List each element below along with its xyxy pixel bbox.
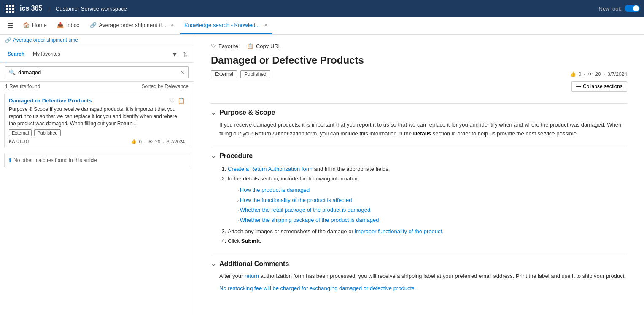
step-2-subitems: How the product is damaged How the funct… bbox=[228, 185, 627, 225]
purpose-section-header[interactable]: ⌄ Purpose & Scope bbox=[211, 109, 627, 116]
right-panel: ♡ Favorite 📋 Copy URL Damaged or Defecti… bbox=[194, 35, 644, 315]
result-card-title: Damaged or Defective Products bbox=[9, 97, 170, 104]
search-input-wrap: 🔍 ✕ bbox=[5, 66, 189, 78]
tab-inbox-label: Inbox bbox=[66, 22, 80, 28]
improper-link[interactable]: improper functionality of the product bbox=[355, 228, 442, 234]
product-name: ics 365 bbox=[20, 5, 42, 12]
tab-home-label: Home bbox=[32, 22, 47, 28]
tab-average-order-label: Average order shipment ti... bbox=[99, 22, 166, 28]
action-bar: ♡ Favorite 📋 Copy URL bbox=[211, 43, 627, 49]
copy-url-button[interactable]: 📋 Copy URL bbox=[247, 43, 281, 49]
hamburger-menu[interactable]: ☰ bbox=[3, 17, 17, 34]
article-likes: 0 bbox=[579, 71, 582, 77]
result-card-excerpt: Purpose & Scope If you receive damaged p… bbox=[9, 106, 185, 127]
sort-icon[interactable]: ⇅ bbox=[182, 50, 189, 59]
collapse-label: Collapse sections bbox=[583, 83, 622, 89]
article-like-icon: 👍 bbox=[570, 71, 576, 77]
result-card[interactable]: Damaged or Defective Products ♡ 📋 Purpos… bbox=[4, 94, 189, 148]
search-input[interactable] bbox=[18, 69, 178, 75]
new-look-label: New look bbox=[599, 5, 621, 12]
new-look-toggle[interactable] bbox=[625, 5, 640, 12]
procedure-section-body: Create a Return Authorization form and f… bbox=[211, 164, 627, 246]
my-favorites-tab-label: My favorites bbox=[33, 51, 60, 57]
article-tag-published: Published bbox=[240, 70, 270, 78]
subitem-2: How the functionality of the product is … bbox=[236, 195, 627, 205]
filter-icon[interactable]: ▼ bbox=[171, 50, 178, 59]
article-views: 20 bbox=[595, 71, 601, 77]
copy-url-label: Copy URL bbox=[256, 43, 281, 49]
breadcrumb-icon: 🔗 bbox=[5, 37, 11, 43]
purpose-text: If you receive damaged products, it is i… bbox=[219, 121, 627, 138]
home-icon: 🏠 bbox=[23, 22, 30, 28]
inbox-icon: 📥 bbox=[57, 22, 64, 28]
procedure-heading: Procedure bbox=[219, 152, 253, 160]
result-tag-published: Published bbox=[34, 129, 60, 136]
my-favorites-tab[interactable]: My favorites bbox=[30, 46, 63, 62]
article-tag-external: External bbox=[211, 70, 237, 78]
tab-inbox[interactable]: 📥 Inbox bbox=[53, 17, 84, 34]
copy-url-icon: 📋 bbox=[247, 43, 253, 49]
result-date: 3/7/2024 bbox=[167, 139, 185, 144]
like-icon: 👍 bbox=[131, 139, 137, 144]
subitem-3: Whether the retail package of the produc… bbox=[236, 205, 627, 215]
procedure-chevron: ⌄ bbox=[211, 153, 216, 159]
additional-heading: Additional Comments bbox=[219, 260, 289, 268]
step-1: Create a Return Authorization form and f… bbox=[228, 164, 627, 174]
tab-knowledge-search-label: Knowledge search - Knowled... bbox=[184, 22, 260, 28]
favorite-label: Favorite bbox=[218, 43, 238, 49]
info-icon: ℹ bbox=[9, 157, 11, 164]
step-4: Click Submit. bbox=[228, 236, 627, 246]
procedure-section-header[interactable]: ⌄ Procedure bbox=[211, 152, 627, 160]
article-view-icon: 👁 bbox=[588, 71, 593, 77]
tab-knowledge-search-close[interactable]: ✕ bbox=[264, 22, 268, 28]
copy-icon[interactable]: 📋 bbox=[178, 97, 185, 104]
subitem-1: How the product is damaged bbox=[236, 185, 627, 195]
additional-chevron: ⌄ bbox=[211, 261, 216, 267]
search-tab-label: Search bbox=[8, 51, 24, 57]
procedure-list: Create a Return Authorization form and f… bbox=[219, 164, 627, 246]
left-subtab-bar: Search My favorites ▼ ⇅ bbox=[0, 46, 194, 63]
sort-label: Sorted by Relevance bbox=[142, 83, 189, 89]
result-article-id: KA-01001 bbox=[9, 139, 30, 144]
result-tag-external: External bbox=[9, 129, 32, 136]
article-tags-row: External Published 👍 0 · 👁 20 · 3/7/2024 bbox=[211, 70, 627, 78]
top-bar: ics 365 | Customer Service workspace New… bbox=[0, 0, 644, 17]
purpose-chevron: ⌄ bbox=[211, 109, 216, 116]
workspace-name: Customer Service workspace bbox=[56, 5, 127, 12]
collapse-sections-button[interactable]: — Collapse sections bbox=[571, 81, 627, 92]
tab-bar: ☰ 🏠 Home 📥 Inbox 🔗 Average order shipmen… bbox=[0, 17, 644, 35]
search-tab[interactable]: Search bbox=[5, 46, 27, 62]
purpose-heading: Purpose & Scope bbox=[219, 109, 275, 116]
link-icon: 🔗 bbox=[90, 22, 97, 28]
tab-knowledge-search[interactable]: Knowledge search - Knowled... ✕ bbox=[180, 17, 272, 34]
favorite-button[interactable]: ♡ Favorite bbox=[211, 43, 238, 49]
minus-icon: — bbox=[576, 83, 581, 89]
heart-icon: ♡ bbox=[211, 43, 216, 49]
return-auth-link[interactable]: Create a Return Authorization form bbox=[228, 166, 313, 172]
result-likes: 0 bbox=[139, 139, 142, 144]
view-icon: 👁 bbox=[148, 139, 153, 144]
tab-average-order-close[interactable]: ✕ bbox=[170, 22, 174, 28]
subitem-4: Whether the shipping package of the prod… bbox=[236, 215, 627, 225]
tab-average-order[interactable]: 🔗 Average order shipment ti... ✕ bbox=[86, 17, 178, 34]
purpose-section-body: If you receive damaged products, it is i… bbox=[211, 121, 627, 138]
main-area: 🔗 Average order shipment time Search My … bbox=[0, 35, 644, 315]
additional-para-2: No restocking fee will be charged for ex… bbox=[219, 284, 627, 293]
tab-home[interactable]: 🏠 Home bbox=[19, 17, 51, 34]
results-header: 1 Results found Sorted by Relevance bbox=[0, 82, 194, 91]
no-matches-notice: ℹ No other matches found in this article bbox=[4, 153, 189, 167]
search-clear-button[interactable]: ✕ bbox=[180, 69, 185, 75]
additional-section-header[interactable]: ⌄ Additional Comments bbox=[211, 260, 627, 268]
article-title: Damaged or Defective Products bbox=[211, 54, 627, 66]
favorite-icon[interactable]: ♡ bbox=[170, 97, 175, 104]
no-matches-label: No other matches found in this article bbox=[13, 157, 97, 163]
step-2: In the details section, include the foll… bbox=[228, 174, 627, 225]
additional-para-1: After your return authorization form has… bbox=[219, 272, 627, 281]
app-launcher-button[interactable] bbox=[4, 3, 16, 14]
breadcrumb-label: Average order shipment time bbox=[13, 37, 78, 43]
result-views: 20 bbox=[155, 139, 160, 144]
left-panel: 🔗 Average order shipment time Search My … bbox=[0, 35, 194, 315]
results-count: 1 Results found bbox=[5, 83, 40, 89]
additional-section-body: After your return authorization form has… bbox=[211, 272, 627, 293]
article-date: 3/7/2024 bbox=[607, 71, 627, 77]
